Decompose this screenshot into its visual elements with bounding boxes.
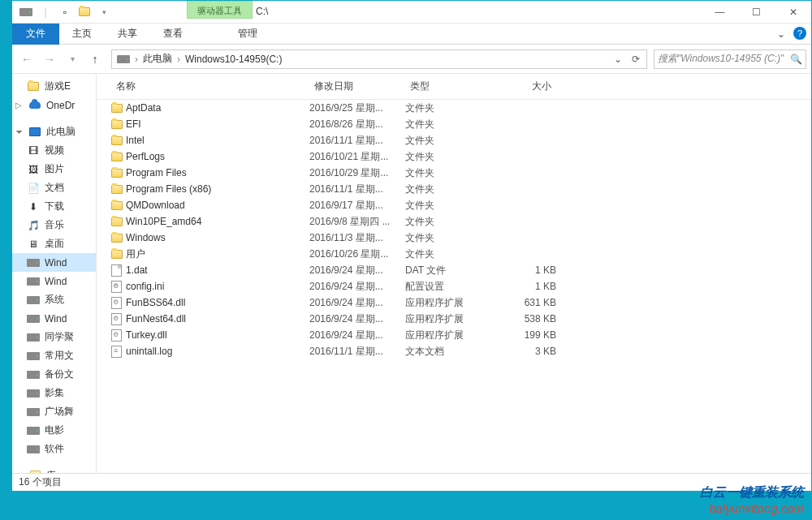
sidebar-icon: [27, 312, 40, 325]
quick-access-toolbar: | ▫ ▾: [12, 3, 113, 21]
forward-button[interactable]: →: [40, 49, 59, 69]
sidebar-item[interactable]: 系统: [12, 290, 96, 309]
share-tab[interactable]: 共享: [105, 24, 150, 45]
sidebar-item[interactable]: 影集: [12, 384, 96, 402]
file-row[interactable]: Windows2016/11/3 星期...文件夹: [97, 230, 811, 246]
file-row[interactable]: FunNest64.dll2016/9/24 星期...应用程序扩展538 KB: [97, 311, 811, 327]
file-row[interactable]: Program Files (x86)2016/11/1 星期...文件夹: [97, 181, 811, 197]
back-button[interactable]: ←: [17, 49, 37, 69]
qat-divider: |: [37, 3, 54, 21]
home-tab[interactable]: 主页: [59, 24, 105, 45]
file-row[interactable]: Turkey.dll2016/9/24 星期...应用程序扩展199 KB: [97, 327, 811, 343]
file-row[interactable]: 1.dat2016/9/24 星期...DAT 文件1 KB: [97, 262, 811, 278]
drive-tools-tab-label: 驱动器工具: [187, 1, 253, 19]
breadcrumb-drive-c[interactable]: Windows10-14959(C:): [182, 54, 285, 65]
recent-dropdown-icon[interactable]: ▾: [63, 49, 82, 69]
file-row[interactable]: AptData2016/9/25 星期...文件夹: [97, 100, 811, 116]
properties-icon[interactable]: ▫: [56, 3, 74, 21]
column-date[interactable]: 修改日期: [309, 80, 405, 93]
file-date: 2016/11/1 星期...: [309, 345, 405, 359]
column-name[interactable]: 名称: [111, 80, 309, 93]
breadcrumb-this-pc[interactable]: 此电脑: [140, 52, 175, 66]
sidebar-label: 备份文: [45, 367, 74, 381]
qat-dropdown-icon[interactable]: ▾: [95, 3, 113, 21]
sidebar-icon: [27, 80, 40, 93]
column-type[interactable]: 类型: [405, 80, 496, 93]
file-row[interactable]: 用户2016/10/26 星期...文件夹: [97, 246, 811, 262]
manage-tab[interactable]: 管理: [225, 24, 270, 45]
file-name: unintall.log: [126, 346, 309, 357]
navigation-pane[interactable]: 游戏E▷OneDr⏷此电脑🎞视频🖼图片📄文档⬇下载🎵音乐🖥桌面WindWind系…: [12, 74, 97, 475]
close-button[interactable]: ✕: [775, 1, 811, 24]
sidebar-icon: [27, 406, 40, 419]
sidebar-item[interactable]: 同学聚: [12, 328, 96, 346]
search-icon[interactable]: 🔍: [790, 54, 802, 65]
file-name: Windows: [126, 232, 309, 243]
file-row[interactable]: PerfLogs2016/10/21 星期...文件夹: [97, 148, 811, 165]
ribbon-collapse-icon[interactable]: ⌄: [774, 27, 788, 41]
file-tab[interactable]: 文件: [12, 24, 59, 45]
window-title: C:\: [256, 6, 268, 17]
sidebar-icon: [27, 443, 40, 456]
sidebar-item[interactable]: 📄文档: [12, 178, 96, 197]
titlebar[interactable]: | ▫ ▾ 驱动器工具 C:\ — ☐ ✕: [12, 1, 811, 24]
sidebar-item[interactable]: ⏷此电脑: [12, 122, 96, 141]
up-button[interactable]: ↑: [85, 49, 105, 69]
file-row[interactable]: unintall.log2016/11/1 星期...文本文档3 KB: [97, 343, 811, 359]
sidebar-item[interactable]: 软件: [12, 440, 96, 458]
file-type: 文件夹: [405, 118, 496, 131]
maximize-button[interactable]: ☐: [738, 1, 775, 24]
file-date: 2016/10/21 星期...: [309, 150, 405, 164]
sidebar-item[interactable]: 🎵音乐: [12, 216, 96, 234]
view-tab[interactable]: 查看: [150, 24, 196, 45]
search-input[interactable]: 搜索"Windows10-14955 (C:)" 🔍: [654, 49, 806, 69]
file-icon: [111, 329, 126, 342]
sidebar-icon: [27, 424, 40, 437]
new-folder-icon[interactable]: [76, 3, 93, 21]
sidebar-item[interactable]: ▷OneDr: [12, 96, 96, 114]
help-icon[interactable]: ?: [793, 27, 806, 40]
sidebar-item[interactable]: 游戏E: [12, 77, 96, 96]
file-list[interactable]: 名称 修改日期 类型 大小 AptData2016/9/25 星期...文件夹E…: [97, 74, 811, 475]
breadcrumb-sep-icon[interactable]: ›: [133, 54, 140, 65]
file-type: 配置设置: [405, 280, 496, 294]
explorer-icon[interactable]: [17, 3, 35, 21]
minimize-button[interactable]: —: [702, 1, 738, 24]
sidebar-label: 文档: [45, 181, 64, 195]
sidebar-label: 视频: [45, 144, 64, 157]
sidebar-label: 广场舞: [45, 405, 74, 419]
sidebar-item[interactable]: 广场舞: [12, 402, 96, 421]
refresh-button[interactable]: ⟳: [627, 54, 645, 65]
file-row[interactable]: Win10PE_amd642016/9/8 星期四 ...文件夹: [97, 213, 811, 230]
sidebar-icon: [27, 256, 40, 269]
sidebar-item[interactable]: 电影: [12, 421, 96, 440]
sidebar-item[interactable]: Wind: [12, 253, 96, 272]
sidebar-item[interactable]: ⬇下载: [12, 197, 96, 216]
file-row[interactable]: FunBSS64.dll2016/9/24 星期...应用程序扩展631 KB: [97, 294, 811, 311]
address-drive-icon[interactable]: [114, 55, 133, 63]
file-row[interactable]: Intel2016/11/1 星期...文件夹: [97, 132, 811, 148]
address-bar[interactable]: › 此电脑 › Windows10-14959(C:) ⌄ ⟳: [111, 49, 647, 69]
sidebar-item[interactable]: Wind: [12, 272, 96, 290]
sidebar-item[interactable]: 🎞视频: [12, 141, 96, 160]
file-icon: [111, 169, 126, 178]
sidebar-label: OneDr: [46, 100, 75, 111]
file-row[interactable]: QMDownload2016/9/17 星期...文件夹: [97, 197, 811, 213]
sidebar-item[interactable]: Wind: [12, 309, 96, 328]
file-name: FunNest64.dll: [126, 313, 309, 324]
file-row[interactable]: Program Files2016/10/29 星期...文件夹: [97, 165, 811, 181]
breadcrumb-sep-icon[interactable]: ›: [175, 54, 182, 65]
sidebar-item[interactable]: 🖼图片: [12, 160, 96, 178]
column-size[interactable]: 大小: [496, 80, 556, 93]
file-name: QMDownload: [126, 200, 309, 211]
file-date: 2016/9/25 星期...: [309, 101, 405, 115]
sidebar-item[interactable]: 备份文: [12, 365, 96, 384]
file-row[interactable]: EFI2016/8/26 星期...文件夹: [97, 116, 811, 132]
file-date: 2016/9/8 星期四 ...: [309, 215, 405, 229]
address-dropdown-icon[interactable]: ⌄: [609, 54, 627, 65]
file-row[interactable]: config.ini2016/9/24 星期...配置设置1 KB: [97, 278, 811, 294]
file-type: 文本文档: [405, 345, 496, 359]
sidebar-item[interactable]: 🖥桌面: [12, 234, 96, 253]
sidebar-item[interactable]: 常用文: [12, 346, 96, 365]
file-size: 1 KB: [496, 281, 556, 292]
